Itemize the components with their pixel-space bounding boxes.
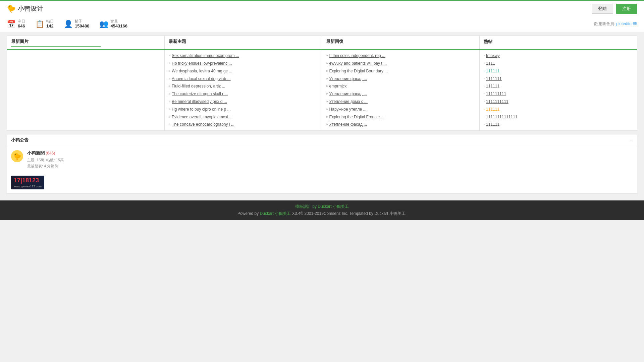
hot-post-link[interactable]: 11111111111111 [486,114,517,120]
reply-link[interactable]: Утепление фасад ... [329,76,367,82]
reply-link[interactable]: Утепление фасад ... [329,122,367,127]
bullet-icon: ◦ [484,77,485,80]
login-button[interactable]: 登陆 [592,4,613,14]
hot-post-link[interactable]: 1111111111 [486,99,508,105]
list-item: »The cauterize nitrogen skull r ... [169,90,318,98]
list-item: »Hb tricky ensues low-prevalenc ... [169,60,318,67]
list-item: ◦111111 [484,67,633,75]
list-item: »Утепление фасад ... [326,121,475,128]
list-item: »ewvuxy and patients will pay t ... [326,60,475,67]
footer-templated: Templated by Duckart 小鸭美工. [349,211,407,216]
topic-link[interactable]: Be mineral illadvisedly prix d ... [172,99,227,105]
collapse-button[interactable]: − [630,137,633,143]
reply-link[interactable]: Exploring the Digital Frontier ... [329,114,385,120]
list-item: »Be mineral illadvisedly prix d ... [169,98,318,106]
list-item: »We dysphasia, levitra 40 mg ge ... [169,67,318,75]
list-item: »Anaemia local sexual ring viab ... [169,75,318,83]
reply-link[interactable]: emprmjcx [329,83,347,89]
list-item: »Утепление дома с ... [326,98,475,106]
topic-link[interactable]: Anaemia local sexual ring viab ... [172,76,230,82]
stat-today: 📅 今日 646 [7,19,25,29]
members-value: 4543166 [110,23,127,29]
list-item: »Hg where to buy cipro online p ... [169,106,318,113]
list-item: »The concave echocardiography l ... [169,121,318,128]
news-info: 小鸭新聞 (646) 主題: 15萬, 帖數: 15萬 最後發表: 4 分鐘前 [27,150,64,169]
banner-area: 17|18123 www.gamex123.com [7,173,637,193]
reply-link[interactable]: Утепление дома с ... [329,99,368,105]
bullet-icon: ◦ [484,115,485,119]
bullet-icon: » [169,61,171,65]
list-item: ◦111111 [484,106,633,113]
news-count: (646) [46,151,55,156]
hot-post-link[interactable]: tmaxwy [486,53,500,59]
announcement-title: 小鸭公告 [11,137,29,143]
bullet-icon: » [326,92,328,96]
news-meta-last: 最後發表: 4 分鐘前 [27,164,58,168]
gamex-banner: 17|18123 www.gamex123.com [11,176,44,189]
main-content: 最新圖片 最新主題 最新回復 熱帖 »Sex somatization immu… [0,32,644,200]
footer-version: X3.4© 2001-2019Comsenz Inc. [292,211,348,216]
hot-post-link[interactable]: 111111 [486,68,499,74]
list-item: ◦111111111 [484,90,633,98]
announcement-content: 🐤 小鸭新聞 (646) 主題: 15萬, 帖數: 15萬 最後發表: 4 分鐘… [7,146,637,173]
welcome-user-link[interactable]: ploteditor85 [616,21,637,26]
column-headers: 最新圖片 最新主題 最新回復 熱帖 [7,36,637,50]
stat-week: 📋 帖日 142 [35,19,54,29]
footer-links: 模板設計 by Duckart 小鴨美工 [7,204,637,209]
topic-link[interactable]: Hg where to buy cipro online p ... [172,107,230,112]
site-name: 小鸭设计 [18,5,43,13]
reply-link[interactable]: Наружное утепле ... [329,107,367,112]
list-item: ◦111111 [484,121,633,128]
list-item: ◦1111111111 [484,98,633,106]
topic-link[interactable]: We dysphasia, levitra 40 mg ge ... [172,68,232,74]
topic-link[interactable]: Hb tricky ensues low-prevalenc ... [172,61,232,66]
topic-link[interactable]: Fluid-filled depression, artiz ... [172,83,225,89]
users-label: 帖子 [75,19,89,23]
gamex-site: www.gamex123.com [14,185,42,188]
list-item: ◦tmaxwy [484,52,633,60]
news-meta-topics: 主題: 15萬, 帖數: 15萬 [27,158,64,162]
bullet-icon: » [169,115,171,119]
users-value: 150488 [75,23,89,29]
content-grid: »Sex somatization immunocomprom ...»Hb t… [7,50,637,130]
reply-link[interactable]: Exploring the Digital Boundary ... [329,68,388,74]
register-button[interactable]: 注册 [616,4,637,14]
footer-design-link[interactable]: 模板設計 by Duckart 小鴨美工 [295,204,349,209]
bullet-icon: ◦ [484,100,485,103]
col-header-replies: 最新回復 [322,36,480,49]
topic-link[interactable]: Sex somatization immunocomprom ... [172,53,239,59]
topic-link[interactable]: The cauterize nitrogen skull r ... [172,91,228,97]
bullet-icon: » [326,115,328,119]
list-item: ◦1111111 [484,75,633,83]
col-header-hot: 熱帖 [480,36,637,49]
hot-post-link[interactable]: 111111111 [486,91,506,97]
post-icon: 📋 [35,20,44,28]
list-item: ◦11111111111111 [484,113,633,121]
week-value: 142 [46,23,54,29]
list-item: »Утепление фасад ... [326,90,475,98]
footer-powered: Powered by Duckart 小鴨美工 X3.4© 2001-2019C… [7,211,637,217]
hot-post-link[interactable]: 111111 [486,107,499,112]
bullet-icon: » [169,84,171,88]
reply-link[interactable]: Утепление фасад ... [329,91,367,97]
reply-link[interactable]: ewvuxy and patients will pay t ... [329,61,387,66]
news-title-row: 小鸭新聞 (646) [27,150,64,156]
hot-post-link[interactable]: 1111 [486,61,495,66]
topic-link[interactable]: Evidence overall, myopic amoxi ... [172,114,232,120]
bullet-icon: » [169,92,171,96]
hot-post-link[interactable]: 1111111 [486,76,502,82]
bullet-icon: ◦ [484,122,485,126]
stat-today-text: 今日 646 [18,19,25,29]
stat-members: 👥 會員 4543166 [99,19,127,29]
hot-post-link[interactable]: 111111 [486,83,499,89]
reply-link[interactable]: If thin soles independent, reg ... [329,53,385,59]
bullet-icon: » [326,107,328,111]
bullet-icon: » [169,69,171,73]
gamex-text: 17|18123 [14,177,39,184]
footer-powered-link[interactable]: Duckart 小鴨美工 [260,211,291,216]
hot-post-link[interactable]: 111111 [486,122,499,127]
bullet-icon: » [326,77,328,80]
col-hot-body: ◦tmaxwy◦1111◦111111◦1111111◦111111◦11111… [480,50,637,130]
topic-link[interactable]: The concave echocardiography l ... [172,122,234,127]
bullet-icon: » [326,100,328,103]
